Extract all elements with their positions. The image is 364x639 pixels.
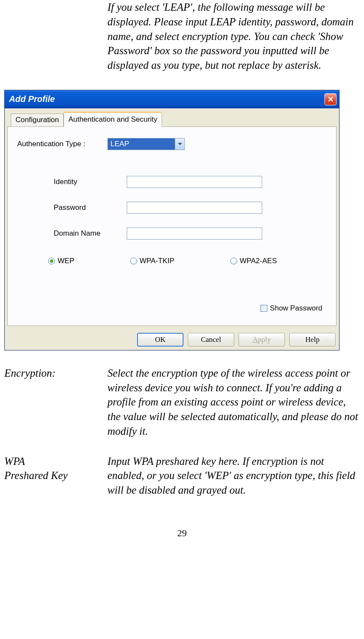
domain-label: Domain Name	[54, 229, 127, 238]
tab-configuration[interactable]: Configuration	[11, 114, 64, 127]
close-button[interactable]: ✕	[324, 93, 336, 105]
apply-underline: A	[253, 335, 258, 344]
identity-row: Identity	[54, 176, 327, 188]
radio-icon	[230, 258, 237, 264]
chevron-down-icon	[178, 143, 182, 145]
encryption-def-label: Encryption:	[4, 366, 107, 439]
wpa-def-text: Input WPA preshared key here. If encrypt…	[107, 454, 360, 498]
show-password-label: Show Password	[270, 304, 322, 313]
close-icon: ✕	[327, 95, 334, 104]
intro-paragraph: If you select 'LEAP', the following mess…	[107, 0, 360, 73]
page-number: 29	[4, 528, 360, 539]
wpa-label-line1: WPA	[4, 455, 25, 467]
show-password-row: Show Password	[17, 304, 322, 313]
apply-button: Apply	[239, 333, 285, 347]
ok-button[interactable]: OK	[137, 333, 184, 347]
definition-encryption: Encryption: Select the encryption type o…	[4, 366, 360, 439]
identity-label: Identity	[54, 178, 127, 186]
apply-rest: pply	[258, 335, 271, 344]
cancel-button[interactable]: Cancel	[188, 333, 234, 347]
radio-wpa2-aes[interactable]: WPA2-AES	[230, 257, 277, 265]
add-profile-dialog: Add Profile ✕ Configuration Authenticati…	[4, 90, 340, 350]
auth-type-combobox[interactable]: LEAP	[107, 138, 185, 150]
tab-authentication[interactable]: Authentication and Security	[64, 112, 162, 127]
combo-arrow	[175, 138, 184, 150]
checkbox-icon	[260, 305, 267, 312]
help-button[interactable]: Help	[289, 333, 336, 347]
identity-input[interactable]	[127, 176, 262, 188]
dialog-body: Configuration Authentication and Securit…	[5, 108, 339, 350]
tab-content: Authentication Type : LEAP Identity	[7, 126, 336, 326]
radio-wep[interactable]: WEP	[48, 257, 74, 265]
auth-type-label: Authentication Type :	[17, 140, 107, 148]
domain-input[interactable]	[127, 227, 262, 240]
domain-row: Domain Name	[54, 227, 327, 240]
password-row: Password	[54, 202, 327, 214]
radio-wpa-tkip[interactable]: WPA-TKIP	[130, 257, 174, 265]
encryption-def-text: Select the encryption type of the wirele…	[107, 366, 360, 439]
password-input[interactable]	[127, 202, 262, 214]
definition-wpa: WPA Preshared Key Input WPA preshared ke…	[4, 454, 360, 498]
radio-aes-label: WPA2-AES	[240, 257, 277, 265]
wpa-def-label: WPA Preshared Key	[4, 454, 107, 498]
radio-icon	[130, 258, 137, 264]
dialog-title: Add Profile	[9, 94, 55, 104]
radio-wep-label: WEP	[58, 257, 74, 265]
dialog-button-row: OK Cancel Apply Help	[7, 333, 336, 347]
password-label: Password	[54, 203, 127, 212]
auth-type-row: Authentication Type : LEAP	[17, 138, 327, 150]
encryption-radio-row: WEP WPA-TKIP WPA2-AES	[48, 257, 327, 265]
radio-tkip-label: WPA-TKIP	[140, 257, 174, 265]
show-password-checkbox[interactable]: Show Password	[260, 304, 322, 313]
input-section: Identity Password Domain Name	[54, 176, 327, 240]
wpa-label-line2: Preshared Key	[4, 470, 67, 481]
dialog-titlebar: Add Profile ✕	[5, 90, 339, 108]
auth-type-value: LEAP	[108, 138, 175, 150]
radio-icon	[48, 258, 55, 264]
tabs-row: Configuration Authentication and Securit…	[11, 112, 336, 127]
